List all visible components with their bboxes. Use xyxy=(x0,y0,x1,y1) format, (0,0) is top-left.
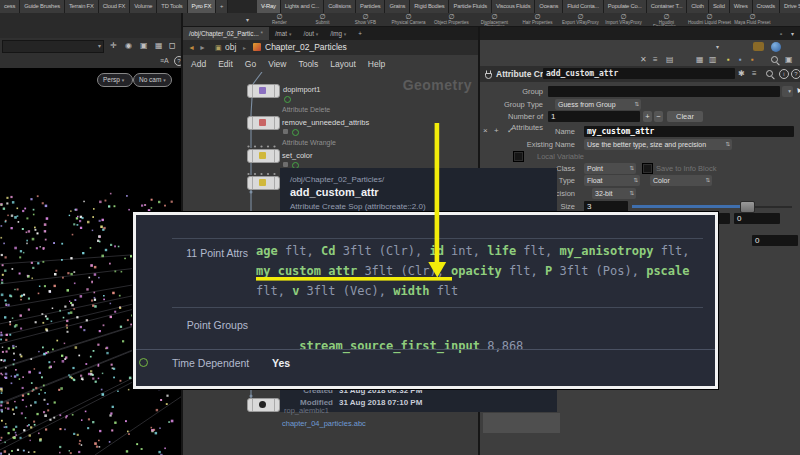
display-mode-dropdown[interactable]: ▾ xyxy=(2,40,104,53)
attr-name-field[interactable]: my_custom_attr xyxy=(584,126,794,137)
num-attrs-minus-button[interactable]: − xyxy=(654,111,663,122)
pane-tab[interactable]: /out ▾ xyxy=(297,27,324,40)
back-icon[interactable]: ◄ xyxy=(188,43,195,53)
shelf-tab[interactable]: Rigid Bodies xyxy=(410,0,449,13)
shelf-tab[interactable]: V-Ray xyxy=(257,0,281,13)
type-info-dropdown[interactable]: Color⇅ xyxy=(650,175,712,186)
linked-pane-icon[interactable] xyxy=(771,42,781,52)
pane-caret-icon[interactable]: ▾ xyxy=(716,42,719,52)
class-dropdown[interactable]: Point⇅ xyxy=(584,163,636,174)
tools-icon[interactable]: ✕ xyxy=(640,55,647,65)
group-type-dropdown[interactable]: Guess from Group⇅ xyxy=(555,99,641,110)
menu-view[interactable]: View xyxy=(268,59,286,69)
node-dopimport[interactable] xyxy=(247,84,280,98)
group-field[interactable] xyxy=(548,86,780,97)
shelf-tab[interactable]: Viscous Fluids xyxy=(492,0,535,13)
pin-pane-icon[interactable] xyxy=(753,42,764,51)
search-params-icon[interactable] xyxy=(766,70,773,77)
node-name-dim[interactable]: rop_alembic1 xyxy=(284,406,329,415)
help-icon[interactable]: ? xyxy=(791,69,800,79)
shelf-tab[interactable]: Grains xyxy=(385,0,410,13)
type-dropdown[interactable]: Float⇅ xyxy=(584,175,640,186)
node-attribwrangle[interactable] xyxy=(247,149,280,163)
shelf-tab[interactable]: Cloth xyxy=(687,0,709,13)
breadcrumb-current[interactable]: Chapter_02_Particles xyxy=(265,42,347,52)
menu-help[interactable]: Help xyxy=(368,59,385,69)
node-attribcreate[interactable] xyxy=(247,176,280,190)
shelf-tab[interactable]: Terrain FX xyxy=(65,0,99,13)
num-attrs-plus-button[interactable]: + xyxy=(643,111,652,122)
info-icon[interactable]: i xyxy=(779,69,789,79)
new-pane-tab-button[interactable]: + xyxy=(352,27,368,40)
tree-view-icon[interactable]: ≡ xyxy=(653,55,658,65)
image-icon[interactable]: ▪ xyxy=(739,55,742,65)
shelf-tab[interactable]: TD Tools xyxy=(157,0,187,13)
menu-add[interactable]: Add xyxy=(191,59,206,69)
shelf-tab[interactable]: + xyxy=(216,0,228,13)
shelf-tab[interactable]: cess xyxy=(0,0,20,13)
shelf-overflow-caret-icon[interactable]: ▾ xyxy=(246,15,249,25)
menu-edit[interactable]: Edit xyxy=(218,59,233,69)
slider-handle[interactable] xyxy=(740,201,755,213)
search-icon[interactable] xyxy=(771,56,778,63)
persp-view-dropdown[interactable]: Persp ▾ xyxy=(97,73,133,87)
string-field-block[interactable] xyxy=(483,413,560,433)
shelf-tab[interactable]: Wires xyxy=(730,0,753,13)
shelf-tab[interactable]: Volume xyxy=(130,0,157,13)
pane-tab[interactable]: /img ▾ xyxy=(324,27,352,40)
layout-grid-icon[interactable]: ▦ xyxy=(696,55,704,65)
wire-view-icon[interactable]: ▦ xyxy=(155,41,163,51)
sticky-note-icon[interactable]: ▪ xyxy=(727,55,730,65)
clear-button[interactable]: Clear xyxy=(667,111,703,122)
shelf-tab[interactable]: Cloud FX xyxy=(99,0,131,13)
default-field[interactable]: 0 xyxy=(734,213,780,224)
node-name-field[interactable]: add_custom_attr xyxy=(543,68,735,79)
precision-dropdown[interactable]: 32-bit⇅ xyxy=(592,188,636,199)
layout-split-icon[interactable]: ▥ xyxy=(709,55,717,65)
pane-tab-active[interactable]: /obj/Chapter_02_Partic... * xyxy=(183,27,269,40)
box-icon[interactable]: ▪ xyxy=(751,55,754,65)
menu-go[interactable]: Go xyxy=(245,59,256,69)
shaded-view-icon[interactable]: ▣ xyxy=(140,41,148,51)
size-field[interactable]: 3 xyxy=(584,201,628,212)
num-attrs-field[interactable]: 1 xyxy=(548,111,640,122)
pick-arrow-icon[interactable]: ▲ xyxy=(793,84,800,97)
shelf-tab[interactable]: Particle Fluids xyxy=(449,0,491,13)
snapshot-icon[interactable]: ▣ xyxy=(785,55,793,65)
existing-name-dropdown[interactable]: Use the better type, size and precision⇅ xyxy=(584,139,732,150)
shelf-tab[interactable]: Container T... xyxy=(647,0,688,13)
size-slider[interactable] xyxy=(632,201,792,212)
group-menu-caret[interactable]: ▾ xyxy=(782,86,793,97)
camera-dropdown[interactable]: No cam ▾ xyxy=(133,73,172,87)
save-info-block-checkbox[interactable] xyxy=(642,163,653,174)
select-mode-icon[interactable]: ◉ xyxy=(125,41,132,51)
snap-icon[interactable]: ✛ xyxy=(110,41,117,51)
shelf-tab[interactable]: Populate Co... xyxy=(604,0,647,13)
gear-icon[interactable]: ✱ xyxy=(738,69,745,79)
menu-layout[interactable]: Layout xyxy=(330,59,356,69)
shelf-tab[interactable]: Particles xyxy=(356,0,385,13)
layout-single-icon[interactable]: ◻ xyxy=(169,41,176,51)
pane-tab[interactable]: /mat ▾ xyxy=(269,27,298,40)
shelf-tab[interactable]: Drive Simul... xyxy=(780,0,800,13)
pane-menu-caret-icon[interactable]: ▾ xyxy=(791,29,794,39)
shelf-tab[interactable]: Lights and C... xyxy=(281,0,324,13)
breadcrumb-root[interactable]: obj xyxy=(225,42,236,52)
default-extra-field[interactable]: 0 xyxy=(752,235,798,246)
node-rop-alembic[interactable] xyxy=(247,398,280,412)
forward-icon[interactable]: ► xyxy=(199,43,206,53)
presets-icon[interactable]: ≡ xyxy=(752,69,757,79)
shelf-tab[interactable]: Collisions xyxy=(324,0,356,13)
node-attribdelete[interactable] xyxy=(247,116,280,130)
shelf-tab[interactable]: Crowds xyxy=(753,0,780,13)
list-view-icon[interactable]: ▤ xyxy=(666,55,674,65)
shelf-tab[interactable]: Solid xyxy=(709,0,730,13)
shelf-tab[interactable]: Pyro FX xyxy=(188,0,217,13)
shelf-tab[interactable]: Oceans xyxy=(535,0,563,13)
display-options-icon[interactable]: ≡A xyxy=(160,56,169,66)
shelf-tab[interactable]: Fluid Conta... xyxy=(563,0,604,13)
pane-square-icon[interactable]: ▫ xyxy=(780,29,782,39)
local-variable-checkbox[interactable] xyxy=(513,151,524,162)
menu-tools[interactable]: Tools xyxy=(298,59,318,69)
shelf-tab[interactable]: Guide Brushes xyxy=(20,0,65,13)
